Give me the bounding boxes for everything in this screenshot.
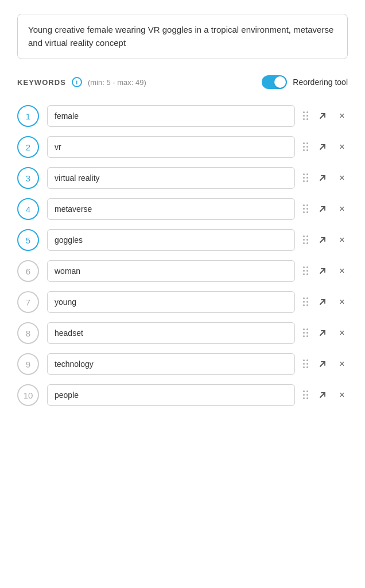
keyword-input[interactable] [47,136,295,158]
keyword-number: 5 [17,229,39,251]
keyword-input[interactable] [47,229,295,251]
drag-icon[interactable] [303,328,309,338]
description-box: Young creative female wearing VR goggles… [17,14,348,59]
keyword-input[interactable] [47,353,295,375]
toggle-knob [274,76,286,88]
keyword-row: 4 × [17,194,348,225]
arrow-up-icon[interactable] [317,265,328,277]
svg-line-6 [320,300,325,304]
svg-line-3 [320,207,325,211]
keyword-input[interactable] [47,105,295,127]
keyword-input[interactable] [47,322,295,344]
arrow-up-icon[interactable] [317,234,328,246]
keyword-number: 3 [17,167,39,189]
reordering-label: Reordering tool [293,78,348,87]
arrow-up-icon[interactable] [317,203,328,215]
close-icon[interactable]: × [336,203,348,215]
keyword-list: 1 ×2 ×3 ×4 ×5 ×6 ×7 ×8 ×9 ×10 [17,100,348,411]
arrow-up-icon[interactable] [317,358,328,370]
keyword-input[interactable] [47,291,295,313]
keyword-input[interactable] [47,198,295,220]
drag-icon[interactable] [303,235,309,245]
keyword-number: 2 [17,136,39,158]
keyword-row: 6 × [17,256,348,287]
close-icon[interactable]: × [336,389,348,401]
svg-line-8 [320,362,325,366]
description-text: Young creative female wearing VR goggles… [28,25,333,48]
info-icon[interactable]: i [72,77,82,87]
close-icon[interactable]: × [336,234,348,246]
svg-line-7 [320,331,325,335]
keyword-input[interactable] [47,260,295,282]
keywords-label: KEYWORDS [17,78,66,87]
drag-icon[interactable] [303,111,309,121]
keyword-number: 1 [17,105,39,127]
svg-line-5 [320,269,325,273]
close-icon[interactable]: × [336,265,348,277]
svg-line-1 [320,145,325,149]
close-icon[interactable]: × [336,172,348,184]
keyword-number: 6 [17,260,39,282]
svg-line-9 [320,393,325,397]
keyword-row: 1 × [17,100,348,131]
close-icon[interactable]: × [336,358,348,370]
reordering-toggle[interactable] [262,75,287,89]
keyword-row: 8 × [17,318,348,349]
svg-line-2 [320,176,325,180]
keyword-number: 8 [17,322,39,344]
drag-icon[interactable] [303,266,309,276]
close-icon[interactable]: × [336,327,348,339]
keyword-input[interactable] [47,167,295,189]
keyword-input[interactable] [47,384,295,406]
reordering-toggle-container: Reordering tool [262,75,348,89]
close-icon[interactable]: × [336,296,348,308]
keyword-row: 9 × [17,349,348,380]
svg-line-4 [320,238,325,242]
arrow-up-icon[interactable] [317,327,328,339]
arrow-up-icon[interactable] [317,141,328,153]
keyword-number: 9 [17,353,39,375]
keyword-row: 5 × [17,225,348,256]
arrow-up-icon[interactable] [317,296,328,308]
keyword-number: 10 [17,384,39,406]
arrow-up-icon[interactable] [317,172,328,184]
svg-line-0 [320,114,325,118]
keywords-header: KEYWORDS i (min: 5 - max: 49) Reordering… [17,75,348,89]
drag-icon[interactable] [303,204,309,214]
close-icon[interactable]: × [336,110,348,122]
drag-icon[interactable] [303,173,309,183]
keyword-number: 4 [17,198,39,220]
drag-icon[interactable] [303,297,309,307]
keyword-row: 7 × [17,287,348,318]
keyword-row: 10 × [17,380,348,411]
close-icon[interactable]: × [336,141,348,153]
arrow-up-icon[interactable] [317,110,328,122]
drag-icon[interactable] [303,142,309,152]
drag-icon[interactable] [303,359,309,369]
range-text: (min: 5 - max: 49) [88,78,146,87]
arrow-up-icon[interactable] [317,389,328,401]
drag-icon[interactable] [303,390,309,400]
keyword-row: 2 × [17,131,348,163]
keyword-row: 3 × [17,163,348,194]
keyword-number: 7 [17,291,39,313]
